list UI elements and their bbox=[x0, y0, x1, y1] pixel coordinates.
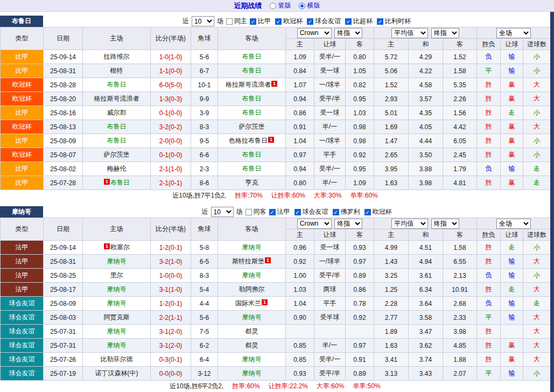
col-handicap-result: 让球 bbox=[501, 229, 523, 241]
checkbox-checked-icon[interactable] bbox=[377, 18, 383, 25]
league-filter[interactable]: 球会友谊 bbox=[307, 17, 341, 26]
goals-result-cell: 小 bbox=[523, 148, 551, 162]
away-team-cell: 摩纳哥 bbox=[218, 367, 286, 381]
bookmaker-select[interactable]: Crown bbox=[297, 219, 332, 229]
odds-away-cell: 0.89 bbox=[346, 269, 374, 283]
average-select[interactable]: 平均值 bbox=[391, 219, 428, 229]
league-filter[interactable]: 比超杯 bbox=[345, 17, 373, 26]
same-venue-filter[interactable]: 同主 bbox=[226, 17, 247, 26]
avg-draw-cell: 4.58 bbox=[409, 78, 443, 92]
summary-prefix: 近10场,胜7平1负2, bbox=[172, 191, 226, 200]
league-filter[interactable]: 欧冠杯 bbox=[364, 207, 392, 216]
league-filter[interactable]: 佛罗利 bbox=[333, 207, 360, 216]
horizontal-layout-label: 横版 bbox=[307, 1, 320, 10]
odds-stage-select[interactable]: 终指 bbox=[334, 28, 362, 38]
goals-result-cell: 大 bbox=[523, 255, 551, 269]
checkbox-checked-icon[interactable] bbox=[275, 18, 282, 25]
goals-result-cell: 大 bbox=[523, 120, 551, 134]
odds-handicap-cell: 一/球半 bbox=[314, 134, 346, 148]
result-cell: 平 bbox=[477, 64, 501, 78]
goals-result-cell: 大 bbox=[523, 339, 551, 353]
league-filter[interactable]: 球会友谊 bbox=[294, 207, 328, 216]
scope-select-header: 全场 bbox=[477, 27, 551, 39]
home-team-cell: 梅赫伦 bbox=[83, 162, 151, 176]
same-venue-filter[interactable]: 同客 bbox=[246, 207, 267, 216]
date-cell: 25-08-25 bbox=[44, 269, 83, 283]
col-avg-away: 客 bbox=[443, 39, 477, 50]
avg-home-cell: 1.25 bbox=[374, 283, 409, 297]
score-cell: 1-2(0-1) bbox=[151, 241, 191, 255]
odds-away-cell: 0.97 bbox=[346, 339, 374, 353]
avg-stage-select[interactable]: 终指 bbox=[431, 219, 459, 229]
date-cell: 25-07-26 bbox=[44, 353, 83, 367]
summary-stat: 让胜率:60% bbox=[271, 191, 305, 200]
match-row: 球会友谊25-08-03阿贾克斯2-2(1-1)5-6摩纳哥0.90受半球0.9… bbox=[1, 311, 551, 325]
avg-stage-select[interactable]: 终指 bbox=[431, 28, 459, 38]
handicap-result-cell: 赢 bbox=[501, 120, 523, 134]
col-result: 胜负 bbox=[477, 39, 501, 50]
home-team-cell: 摩纳哥 bbox=[83, 339, 151, 353]
date-cell: 25-07-31 bbox=[44, 325, 83, 339]
score-cell: 3-2(1-0) bbox=[151, 255, 191, 269]
result-cell: 平 bbox=[477, 311, 501, 325]
odds-away-cell: 0.86 bbox=[346, 283, 374, 297]
match-row: 比甲25-08-02梅赫伦2-1(1-0)2-3布鲁日0.94受半/一0.953… bbox=[1, 162, 551, 176]
home-team-cell: 摩纳哥 bbox=[83, 255, 151, 269]
col-away: 客场 bbox=[218, 218, 286, 241]
match-row: 法甲25-08-25里尔1-0(0-0)8-3摩纳哥1.00受平/半0.893.… bbox=[1, 269, 551, 283]
corners-cell: 3-9 bbox=[191, 106, 218, 120]
odds-away-cell: 0.92 bbox=[346, 311, 374, 325]
filter-bar: 近 10 场 同主 比甲欧冠杯球会友谊比超杯比利时杯 bbox=[43, 16, 550, 27]
checkbox-checked-icon[interactable] bbox=[333, 209, 339, 215]
match-row: 球会友谊25-07-31摩纳哥3-1(2-0)7-5都灵1.893.473.98… bbox=[1, 325, 551, 339]
matches-table: 类型 日期 主场 比分(半场) 角球 客场 Crown 终指 平均值 终指 全场 bbox=[0, 218, 551, 381]
checkbox-checked-icon[interactable] bbox=[364, 209, 371, 215]
checkbox-unchecked-icon[interactable] bbox=[226, 18, 233, 25]
home-team-cell: 格拉斯哥流浪者 bbox=[83, 92, 151, 106]
result-cell: 胜 bbox=[477, 241, 501, 255]
date-cell: 25-07-31 bbox=[44, 339, 83, 353]
checkbox-checked-icon[interactable] bbox=[269, 209, 276, 215]
league-filter[interactable]: 比利时杯 bbox=[377, 17, 411, 26]
match-count-select[interactable]: 10 bbox=[211, 207, 234, 217]
radio-unchecked-icon[interactable] bbox=[270, 3, 276, 9]
checkbox-unchecked-icon[interactable] bbox=[246, 209, 252, 215]
scope-select[interactable]: 全场 bbox=[496, 219, 531, 229]
away-team-cell: 萨尔茨堡 bbox=[218, 120, 286, 134]
checkbox-checked-icon[interactable] bbox=[294, 209, 301, 215]
col-avg-away: 客 bbox=[443, 229, 477, 241]
vertical-layout-radio[interactable]: 竖版 bbox=[270, 1, 291, 10]
league-filter[interactable]: 比甲 bbox=[250, 17, 271, 26]
bookmaker-select[interactable]: Crown bbox=[297, 28, 332, 38]
red-card-badge: 1 bbox=[104, 179, 110, 185]
match-count-select[interactable]: 10 bbox=[192, 16, 214, 26]
league-type-cell: 球会友谊 bbox=[1, 367, 44, 381]
team-name: 威尔郡 bbox=[107, 109, 127, 116]
league-type-cell: 法甲 bbox=[1, 283, 44, 297]
col-avg-draw: 和 bbox=[409, 39, 443, 50]
handicap-result-cell bbox=[501, 325, 523, 339]
handicap-result-cell: 输 bbox=[501, 269, 523, 283]
checkbox-checked-icon[interactable] bbox=[345, 18, 352, 25]
team-section-monaco: 摩纳哥 近 10 场 同客 法甲球会友谊佛罗利欧冠杯 类型 日期 主场 bbox=[0, 206, 550, 392]
average-select[interactable]: 平均值 bbox=[391, 28, 428, 38]
radio-checked-icon[interactable] bbox=[299, 3, 305, 9]
league-filter[interactable]: 欧冠杯 bbox=[275, 17, 303, 26]
league-filter[interactable]: 法甲 bbox=[269, 207, 290, 216]
avg-home-cell: 1.52 bbox=[374, 78, 409, 92]
scope-select[interactable]: 全场 bbox=[496, 28, 531, 38]
avg-home-cell: 3.95 bbox=[374, 162, 409, 176]
col-handicap: 让球 bbox=[314, 229, 346, 241]
odds-handicap-cell bbox=[314, 325, 346, 339]
checkbox-checked-icon[interactable] bbox=[307, 18, 313, 25]
date-cell: 25-08-28 bbox=[44, 78, 83, 92]
horizontal-layout-radio[interactable]: 横版 bbox=[299, 1, 320, 10]
avg-draw-cell: 4.51 bbox=[409, 241, 443, 255]
checkbox-checked-icon[interactable] bbox=[250, 18, 256, 25]
odds-stage-select[interactable]: 终指 bbox=[334, 219, 362, 229]
avg-away-cell: 1.88 bbox=[443, 353, 477, 367]
col-odds-away: 客 bbox=[346, 229, 374, 241]
match-row: 球会友谊25-07-26比勒菲尔德0-3(0-1)6-4摩纳哥0.85受半/一0… bbox=[1, 353, 551, 367]
avg-home-cell: 3.25 bbox=[374, 269, 409, 283]
away-team-cell: 布鲁日 bbox=[218, 92, 286, 106]
